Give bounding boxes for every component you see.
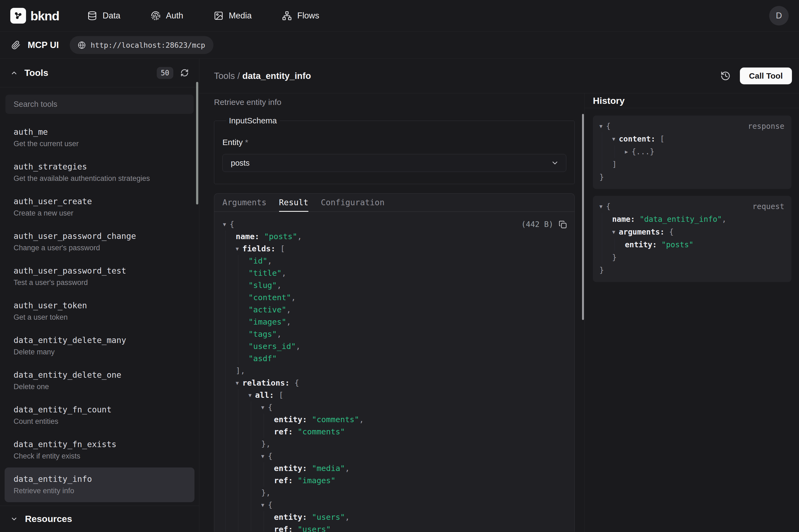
indent-guide xyxy=(238,328,239,340)
search-tools-input[interactable] xyxy=(5,95,194,114)
collapse-arrow-icon[interactable]: ▼ xyxy=(223,218,226,230)
tools-section-header[interactable]: Tools 50 xyxy=(0,59,199,87)
sidebar-scrollbar[interactable] xyxy=(196,82,198,205)
indent-guide xyxy=(225,291,226,304)
tool-description: Count entities xyxy=(14,416,186,426)
mcp-url-pill[interactable]: http://localhost:28623/mcp xyxy=(70,36,213,54)
json-punctuation: { xyxy=(606,200,610,213)
json-punctuation: [ xyxy=(279,389,283,401)
indent-guide xyxy=(238,475,239,487)
breadcrumb-section[interactable]: Tools xyxy=(214,71,235,81)
nav-item-media[interactable]: Media xyxy=(214,11,252,21)
indent-guide xyxy=(251,462,251,475)
required-marker: * xyxy=(245,138,248,147)
call-tool-button[interactable]: Call Tool xyxy=(740,68,792,84)
history-clock-icon xyxy=(720,71,731,81)
tool-list-item-auth_user_create[interactable]: auth_user_createCreate a new user xyxy=(5,190,194,225)
indent-guide xyxy=(225,255,226,267)
json-comma: , xyxy=(282,267,286,279)
json-line: "title", xyxy=(218,267,567,279)
copy-button[interactable] xyxy=(559,221,567,229)
history-entry-request[interactable]: ▼{requestname: "data_entity_info",▼argum… xyxy=(593,196,792,282)
tool-list-item-auth_user_token[interactable]: auth_user_tokenGet a user token xyxy=(5,294,194,329)
json-comma: , xyxy=(345,511,349,523)
main-scrollbar[interactable] xyxy=(582,114,584,320)
nav-item-flows[interactable]: Flows xyxy=(282,11,319,21)
history-entry-response[interactable]: ▼{response▼content: [▶{...}]} xyxy=(593,115,792,189)
indent-guide xyxy=(225,267,226,279)
indent-guide xyxy=(602,213,602,226)
tab-configuration[interactable]: Configuration xyxy=(321,194,385,212)
indent-guide xyxy=(225,316,226,328)
collapse-arrow-icon[interactable]: ▼ xyxy=(612,133,615,145)
nav-item-label: Media xyxy=(229,11,252,21)
image-icon xyxy=(214,11,224,21)
json-string-value: "comments" xyxy=(298,426,345,438)
json-line: "users_id", xyxy=(218,340,567,353)
tool-list-item-data_entity_fn_exists[interactable]: data_entity_fn_existsCheck if entity exi… xyxy=(5,433,194,468)
json-line: } xyxy=(596,251,784,264)
indent-guide xyxy=(225,243,226,255)
json-line: ▼{ xyxy=(218,499,567,511)
tool-name: auth_user_password_change xyxy=(14,231,186,242)
tool-list-item-auth_user_password_change[interactable]: auth_user_password_changeChange a user's… xyxy=(5,225,194,259)
json-punctuation: { xyxy=(606,120,610,133)
chevron-up-icon[interactable] xyxy=(10,69,18,77)
json-key: content: xyxy=(619,133,660,145)
collapse-arrow-icon[interactable]: ▼ xyxy=(600,200,602,213)
json-line: ▼content: [ xyxy=(596,133,784,145)
bknd-logo-icon[interactable] xyxy=(10,8,26,24)
indent-guide xyxy=(251,401,251,414)
tool-list-item-auth_me[interactable]: auth_meGet the current user xyxy=(5,120,194,155)
collapse-arrow-icon[interactable]: ▼ xyxy=(261,401,264,414)
tools-count-badge: 50 xyxy=(157,67,173,79)
json-line: }, xyxy=(218,487,567,499)
json-string-value: "asdf" xyxy=(248,353,277,365)
tool-description: Retrieve entity info xyxy=(214,97,575,107)
chevron-down-icon[interactable] xyxy=(10,515,18,523)
json-string-value: "slug" xyxy=(248,279,277,291)
collapse-arrow-icon[interactable]: ▼ xyxy=(261,499,264,511)
entity-field-label: Entity * xyxy=(222,138,566,147)
indent-guide xyxy=(225,340,226,353)
resources-section-header[interactable]: Resources xyxy=(0,506,199,532)
nav-item-auth[interactable]: Auth xyxy=(151,11,183,21)
indent-guide xyxy=(251,523,251,532)
collapse-arrow-icon[interactable]: ▼ xyxy=(600,120,602,133)
tool-list-item-auth_user_password_test[interactable]: auth_user_password_testTest a user's pas… xyxy=(5,259,194,294)
tool-list-item-data_entity_delete_many[interactable]: data_entity_delete_manyDelete many xyxy=(5,329,194,363)
tool-description: Change a user's password xyxy=(14,243,186,253)
json-line: }, xyxy=(218,438,567,450)
json-punctuation: }, xyxy=(261,438,271,450)
indent-guide xyxy=(238,414,239,426)
history-toggle-button[interactable] xyxy=(720,71,731,81)
result-card: ArgumentsResultConfiguration ▼{(442 B)na… xyxy=(214,193,575,532)
collapse-arrow-icon[interactable]: ▼ xyxy=(236,377,239,389)
collapse-arrow-icon[interactable]: ▼ xyxy=(236,243,239,255)
tool-list-item-data_entity_delete_one[interactable]: data_entity_delete_oneDelete one xyxy=(5,363,194,398)
collapse-arrow-icon[interactable]: ▼ xyxy=(612,226,615,238)
entity-select[interactable]: posts xyxy=(222,154,566,172)
refresh-button[interactable] xyxy=(180,69,189,77)
tab-result[interactable]: Result xyxy=(279,194,308,212)
app-logo-text[interactable]: bknd xyxy=(31,8,59,23)
tool-list-item-auth_strategies[interactable]: auth_strategiesGet the available authent… xyxy=(5,155,194,190)
mcp-url: http://localhost:28623/mcp xyxy=(91,41,205,49)
collapse-arrow-icon[interactable]: ▼ xyxy=(261,450,264,462)
tool-list-item-data_entity_info[interactable]: data_entity_infoRetrieve entity info xyxy=(5,468,194,502)
indent-guide xyxy=(225,279,226,291)
expand-arrow-icon[interactable]: ▶ xyxy=(625,145,628,158)
json-key: name: xyxy=(612,213,640,226)
collapse-arrow-icon[interactable]: ▼ xyxy=(248,389,251,401)
entity-select-value: posts xyxy=(231,159,249,168)
user-avatar[interactable]: D xyxy=(769,6,789,25)
json-key: entity: xyxy=(274,414,312,426)
nav-item-data[interactable]: Data xyxy=(87,11,120,21)
json-line: } xyxy=(596,171,784,184)
tool-list-item-data_entity_fn_count[interactable]: data_entity_fn_countCount entities xyxy=(5,398,194,433)
json-key: entity: xyxy=(274,511,312,523)
json-string-value: "posts" xyxy=(662,238,693,251)
tab-arguments[interactable]: Arguments xyxy=(222,194,267,212)
database-icon xyxy=(87,11,97,21)
json-line: "asdf" xyxy=(218,353,567,365)
